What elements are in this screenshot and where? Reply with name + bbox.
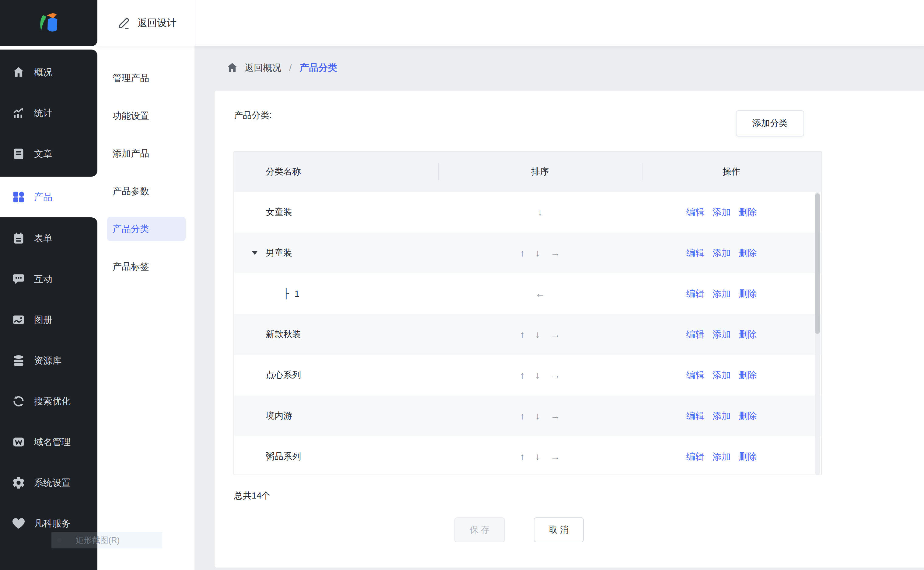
sidebar-item-label: 图册 [34, 314, 52, 326]
column-header-name: 分类名称 [234, 165, 438, 178]
move-down-icon[interactable]: ↓ [538, 207, 542, 218]
indent-icon[interactable]: → [550, 247, 560, 259]
add-category-button[interactable]: 添加分类 [736, 110, 804, 136]
edit-link[interactable]: 编辑 [686, 410, 704, 422]
fkw-logo[interactable] [34, 10, 63, 36]
edit-link[interactable]: 编辑 [686, 247, 704, 259]
move-down-icon[interactable]: ↓ [535, 451, 540, 463]
submenu-item-label: 产品参数 [112, 185, 149, 198]
sort-controls: ↑ ↓ → [438, 411, 641, 421]
submenu-item-product-tags[interactable]: 产品标签 [107, 254, 186, 279]
delete-link[interactable]: 删除 [739, 328, 757, 341]
main-content: 返回概况 / 产品分类 产品分类: 添加分类 分类名称 排序 操作 女童装 [195, 46, 924, 570]
sidebar-item-stats[interactable]: 统计 [0, 93, 97, 133]
submenu-item-manage-products[interactable]: 管理产品 [107, 66, 186, 90]
topbar-divider [195, 0, 195, 46]
indent-icon[interactable]: → [550, 451, 560, 463]
seo-icon [12, 394, 26, 408]
row-actions: 编辑 添加 删除 [641, 450, 821, 463]
submenu-item-product-categories[interactable]: 产品分类 [107, 217, 186, 241]
sidebar-item-label: 统计 [34, 107, 52, 120]
sort-controls: ← [438, 288, 641, 299]
indent-icon[interactable]: → [550, 370, 560, 381]
stats-icon [12, 106, 26, 120]
header-separator [438, 163, 439, 180]
sort-controls: ↓ [438, 207, 641, 218]
outdent-icon[interactable]: ← [535, 288, 545, 299]
breadcrumb-back-link[interactable]: 返回概况 [245, 62, 281, 74]
move-down-icon[interactable]: ↓ [535, 411, 540, 421]
interaction-icon [12, 272, 26, 286]
delete-link[interactable]: 删除 [739, 450, 757, 463]
service-icon [12, 516, 26, 530]
add-link[interactable]: 添加 [712, 206, 731, 219]
back-to-design-button[interactable]: 返回设计 [117, 0, 177, 46]
sidebar-item-articles[interactable]: 文章 [0, 133, 97, 174]
edit-link[interactable]: 编辑 [686, 288, 704, 300]
sidebar-item-gallery[interactable]: 图册 [0, 299, 97, 340]
edit-link[interactable]: 编辑 [686, 369, 704, 382]
table-row: 新款秋装 ↑ ↓ → 编辑 添加 删除 [234, 314, 821, 355]
library-icon [12, 354, 26, 368]
sidebar-item-label: 域名管理 [34, 436, 71, 448]
delete-link[interactable]: 删除 [739, 247, 757, 259]
submenu-item-feature-settings[interactable]: 功能设置 [107, 104, 186, 128]
sidebar-item-seo[interactable]: 搜索优化 [0, 381, 97, 421]
column-header-actions: 操作 [641, 165, 821, 178]
submenu-item-label: 管理产品 [112, 72, 149, 84]
add-link[interactable]: 添加 [712, 369, 731, 382]
sidebar-item-domain[interactable]: 域名管理 [0, 421, 97, 463]
sidebar-item-label: 概况 [34, 66, 52, 79]
top-bar: 返回设计 [97, 0, 924, 46]
move-up-icon[interactable]: ↑ [520, 329, 525, 340]
sidebar-item-label: 表单 [34, 232, 52, 245]
sort-controls: ↑ ↓ → [438, 370, 641, 381]
delete-link[interactable]: 删除 [739, 206, 757, 219]
move-up-icon[interactable]: ↑ [520, 247, 525, 259]
indent-icon[interactable]: → [550, 411, 560, 421]
cancel-button[interactable]: 取 消 [534, 517, 584, 542]
add-link[interactable]: 添加 [712, 328, 731, 341]
move-up-icon[interactable]: ↑ [520, 411, 525, 421]
delete-link[interactable]: 删除 [739, 288, 757, 300]
sidebar-item-overview[interactable]: 概况 [0, 52, 97, 93]
move-up-icon[interactable]: ↑ [520, 451, 525, 463]
move-up-icon[interactable]: ↑ [520, 370, 525, 381]
sidebar-group-lower: 表单 互动 [0, 218, 97, 570]
move-down-icon[interactable]: ↓ [535, 247, 540, 259]
category-table: 分类名称 排序 操作 女童装 ↓ 编辑 添加 [234, 151, 822, 475]
sidebar-item-library[interactable]: 资源库 [0, 340, 97, 381]
edit-link[interactable]: 编辑 [686, 206, 704, 219]
table-row: 女童装 ↓ 编辑 添加 删除 [234, 192, 821, 233]
sidebar-item-products-active[interactable]: 产品 [0, 177, 97, 218]
primary-sidebar: 概况 统计 [0, 0, 97, 570]
row-actions: 编辑 添加 删除 [641, 410, 821, 422]
edit-link[interactable]: 编辑 [686, 328, 704, 341]
column-header-sort: 排序 [438, 165, 642, 178]
move-down-icon[interactable]: ↓ [535, 370, 540, 381]
home-icon[interactable] [226, 61, 238, 74]
add-link[interactable]: 添加 [712, 450, 731, 463]
delete-link[interactable]: 删除 [739, 369, 757, 382]
collapse-caret-icon[interactable] [252, 251, 258, 255]
table-scrollbar-thumb[interactable] [815, 193, 820, 334]
submenu-item-add-product[interactable]: 添加产品 [107, 141, 186, 165]
save-button[interactable]: 保 存 [454, 517, 505, 542]
category-name: 新款秋装 [234, 328, 438, 340]
edit-link[interactable]: 编辑 [686, 450, 704, 463]
indent-icon[interactable]: → [550, 329, 560, 340]
move-down-icon[interactable]: ↓ [535, 329, 540, 340]
submenu-item-product-params[interactable]: 产品参数 [107, 179, 186, 203]
sidebar-item-interaction[interactable]: 互动 [0, 259, 97, 299]
sidebar-item-settings[interactable]: 系统设置 [0, 463, 97, 503]
sidebar-item-forms[interactable]: 表单 [0, 218, 97, 259]
add-link[interactable]: 添加 [712, 410, 731, 422]
add-link[interactable]: 添加 [712, 247, 731, 259]
add-link[interactable]: 添加 [712, 288, 731, 300]
admin-page: 概况 统计 [0, 0, 924, 570]
domain-icon [12, 435, 26, 449]
delete-link[interactable]: 删除 [739, 410, 757, 422]
sidebar-item-label: 资源库 [34, 354, 61, 367]
table-row-child: ├ 1 ← 编辑 添加 删除 [234, 273, 821, 314]
category-name: 男童装 [234, 247, 438, 259]
